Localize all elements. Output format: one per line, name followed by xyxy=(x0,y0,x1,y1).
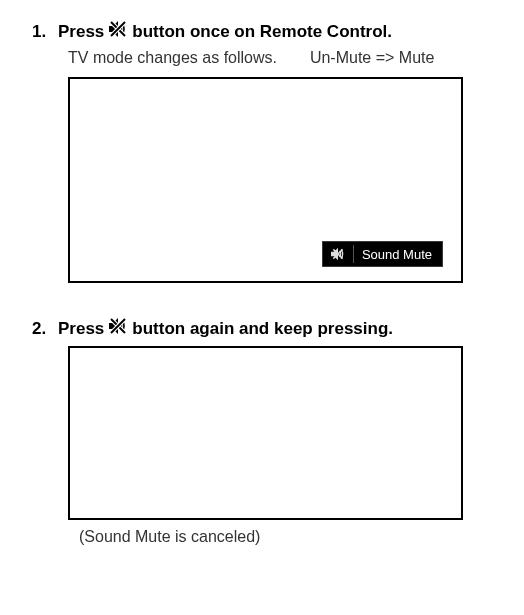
tv-mode-changes-label: TV mode changes as follows. xyxy=(68,49,277,66)
step-1-post: button once on Remote Control. xyxy=(132,22,392,42)
osd-sound-mute-label: Sound Mute xyxy=(362,247,432,262)
step-1-text: Press button once on Remote Control. xyxy=(58,20,392,43)
step-2-number: 2. xyxy=(32,319,58,339)
step-1-number: 1. xyxy=(32,22,58,42)
osd-sound-mute: Sound Mute xyxy=(322,241,443,267)
mute-crossed-icon xyxy=(108,317,128,340)
step-1-pre: Press xyxy=(58,22,104,42)
mute-crossed-icon xyxy=(108,20,128,43)
step-2-pre: Press xyxy=(58,319,104,339)
mute-transition-label: Un-Mute => Mute xyxy=(310,49,435,66)
step-2-heading: 2. Press button again and keep pressing. xyxy=(32,317,508,340)
step-1: 1. Press button once on Remote Control. xyxy=(24,20,508,283)
step-2-text: Press button again and keep pressing. xyxy=(58,317,393,340)
tv-screen-1: Sound Mute xyxy=(68,77,463,283)
step-2-post: button again and keep pressing. xyxy=(132,319,393,339)
mute-crossed-icon-small xyxy=(327,245,354,263)
step-1-heading: 1. Press button once on Remote Control. xyxy=(32,20,508,43)
tv-screen-2 xyxy=(68,346,463,520)
cancel-note: (Sound Mute is canceled) xyxy=(79,528,508,546)
step-2: 2. Press button again and keep pressing. xyxy=(24,317,508,546)
step-1-subtext: TV mode changes as follows. Un-Mute => M… xyxy=(68,49,508,67)
